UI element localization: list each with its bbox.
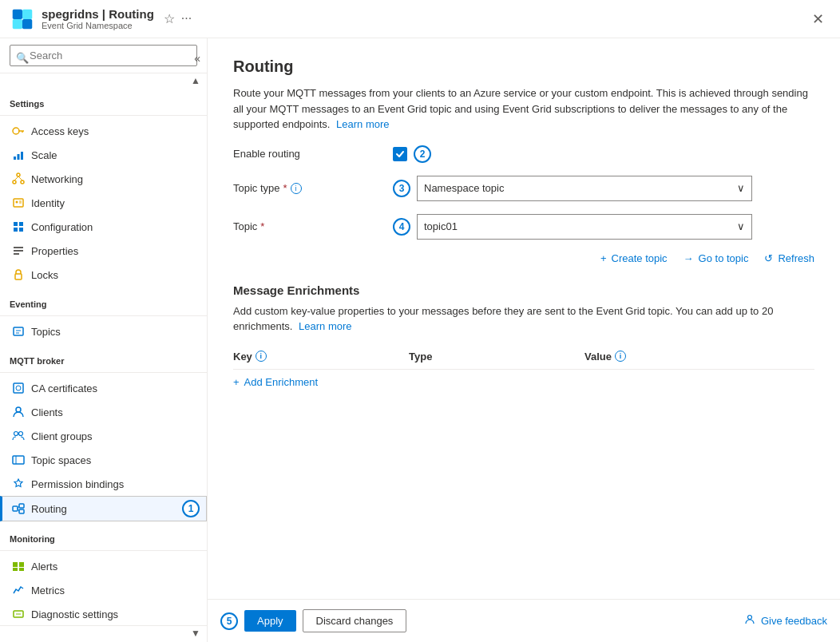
topic-type-row: Topic type * i 3 Namespace topic ∨ <box>233 176 814 201</box>
sidebar-item-clients[interactable]: Clients <box>0 400 207 424</box>
sidebar-item-metrics[interactable]: Metrics <box>0 578 207 602</box>
sidebar-item-routing[interactable]: Routing 1 <box>0 496 207 521</box>
enable-routing-row: Enable routing 2 <box>233 145 814 163</box>
sidebar-item-permission-bindings[interactable]: Permission bindings <box>0 472 207 496</box>
sidebar-item-locks[interactable]: Locks <box>0 263 207 287</box>
main-inner: Routing Route your MQTT messages from yo… <box>208 38 840 599</box>
sidebar-item-ca-certificates[interactable]: CA certificates <box>0 376 207 400</box>
give-feedback-button[interactable]: Give feedback <box>743 613 827 628</box>
bookmark-icon[interactable]: ☆ <box>164 11 175 26</box>
svg-rect-38 <box>19 504 24 508</box>
value-info-icon[interactable]: i <box>615 351 626 362</box>
svg-point-10 <box>17 173 20 176</box>
refresh-link[interactable]: ↺ Refresh <box>764 252 814 264</box>
configuration-label: Configuration <box>31 221 93 233</box>
svg-rect-9 <box>21 152 23 160</box>
topics-label: Topics <box>31 326 61 338</box>
scroll-down-indicator[interactable]: ▼ <box>191 628 200 639</box>
alerts-icon <box>12 560 25 573</box>
svg-rect-37 <box>13 506 18 511</box>
lock-icon <box>12 268 25 281</box>
svg-point-12 <box>21 180 24 184</box>
routing-description: Route your MQTT messages from your clien… <box>233 85 814 133</box>
scale-icon <box>12 149 25 161</box>
permission-icon <box>12 478 25 490</box>
routing-icon <box>12 502 25 515</box>
svg-point-33 <box>14 432 18 436</box>
sidebar-item-properties[interactable]: Properties <box>0 239 207 263</box>
add-enrichment-button[interactable]: + Add Enrichment <box>233 370 814 394</box>
ca-certificates-label: CA certificates <box>31 382 97 394</box>
svg-line-14 <box>18 176 22 180</box>
enable-routing-checkbox[interactable] <box>393 147 407 161</box>
enrichments-learn-more-link[interactable]: Learn more <box>299 320 351 332</box>
svg-rect-35 <box>13 456 24 464</box>
enable-routing-label: Enable routing <box>233 148 393 160</box>
add-enrichment-plus-icon: + <box>233 376 240 388</box>
apply-button[interactable]: Apply <box>244 610 296 632</box>
step-badge-4: 4 <box>393 218 410 236</box>
discard-changes-button[interactable]: Discard changes <box>303 609 407 632</box>
title-bar-actions: ☆ ··· <box>164 11 192 26</box>
topic-label: Topic * <box>233 220 393 232</box>
topic-type-required: * <box>283 182 287 194</box>
svg-point-32 <box>16 407 21 412</box>
topic-type-field-step: 3 Namespace topic ∨ <box>393 176 752 201</box>
sidebar-item-topics[interactable]: Topics <box>0 319 207 343</box>
sidebar-item-client-groups[interactable]: Client groups <box>0 424 207 448</box>
footer: 5 Apply Discard changes Give feedback <box>208 599 840 642</box>
client-groups-label: Client groups <box>31 430 93 442</box>
config-icon <box>12 220 25 233</box>
identity-icon <box>12 196 25 209</box>
svg-rect-44 <box>13 568 18 571</box>
collapse-sidebar-button[interactable]: « <box>194 52 200 65</box>
action-links-row: + Create topic → Go to topic ↺ Refresh <box>393 252 814 264</box>
client-groups-icon <box>12 430 25 442</box>
sidebar-item-topic-spaces[interactable]: Topic spaces <box>0 448 207 472</box>
sidebar-item-diagnostic-settings[interactable]: Diagnostic settings <box>0 602 207 625</box>
sidebar-item-access-keys[interactable]: Access keys <box>0 119 207 143</box>
svg-rect-2 <box>13 19 22 29</box>
sidebar-item-configuration[interactable]: Configuration <box>0 215 207 239</box>
step-badge-2: 2 <box>414 145 431 163</box>
metrics-icon <box>12 584 25 596</box>
topic-type-info-icon[interactable]: i <box>291 183 302 194</box>
svg-point-48 <box>747 616 751 620</box>
message-enrichments-description: Add custom key-value properties to your … <box>233 303 814 335</box>
sidebar-item-networking[interactable]: Networking <box>0 167 207 191</box>
sidebar-item-identity[interactable]: Identity <box>0 191 207 215</box>
key-icon <box>12 125 25 137</box>
properties-icon <box>12 244 25 257</box>
topic-row: Topic * 4 topic01 ∨ <box>233 214 814 240</box>
diagnostic-settings-label: Diagnostic settings <box>31 608 118 620</box>
permission-bindings-label: Permission bindings <box>31 478 124 490</box>
step-badge-5: 5 <box>220 612 238 630</box>
search-input[interactable] <box>10 45 197 66</box>
identity-label: Identity <box>31 197 65 209</box>
svg-rect-21 <box>14 228 18 232</box>
scroll-up-indicator[interactable]: ▲ <box>191 75 200 86</box>
svg-rect-43 <box>19 562 24 567</box>
more-icon[interactable]: ··· <box>181 11 192 26</box>
sidebar: 🔍 « ▲ Settings Access keys Scale <box>0 38 208 642</box>
key-column-header: Key i <box>233 351 409 363</box>
key-info-icon[interactable]: i <box>256 351 267 362</box>
svg-rect-26 <box>15 274 22 279</box>
routing-label: Routing <box>31 503 67 515</box>
networking-label: Networking <box>31 173 83 185</box>
sidebar-item-alerts[interactable]: Alerts <box>0 554 207 578</box>
svg-rect-20 <box>19 222 23 226</box>
topic-select[interactable]: topic01 ∨ <box>417 214 752 240</box>
svg-rect-8 <box>18 154 20 160</box>
svg-point-11 <box>13 180 16 184</box>
svg-rect-22 <box>19 228 23 232</box>
topic-type-select[interactable]: Namespace topic ∨ <box>417 176 752 201</box>
description-learn-more-link[interactable]: Learn more <box>336 118 389 130</box>
feedback-icon <box>743 613 756 628</box>
close-button[interactable]: ✕ <box>805 6 830 32</box>
topic-content: 4 topic01 ∨ <box>393 214 814 240</box>
sidebar-item-scale[interactable]: Scale <box>0 143 207 167</box>
create-topic-link[interactable]: + Create topic <box>600 252 668 264</box>
go-to-topic-link[interactable]: → Go to topic <box>683 252 749 264</box>
search-icon: 🔍 <box>16 52 29 64</box>
